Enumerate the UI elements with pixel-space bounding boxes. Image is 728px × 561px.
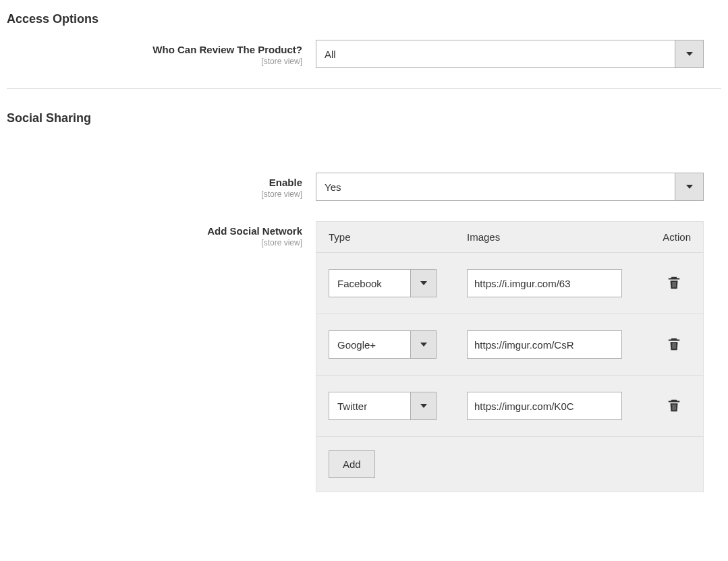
- social-sharing-title: Social Sharing: [7, 106, 721, 139]
- who-can-review-value: All: [316, 40, 675, 67]
- table-footer: Add: [316, 436, 703, 492]
- social-network-table: Type Images Action FacebookGoogle+Twitte…: [316, 221, 704, 492]
- chevron-down-icon: [410, 270, 436, 297]
- table-row: Facebook: [316, 252, 703, 314]
- type-select[interactable]: Facebook: [329, 269, 437, 297]
- add-button[interactable]: Add: [329, 450, 375, 478]
- chevron-down-icon: [675, 173, 703, 200]
- enable-label: Enable: [269, 177, 302, 188]
- type-select[interactable]: Google+: [329, 330, 437, 359]
- add-social-network-scope: [store view]: [7, 238, 302, 247]
- trash-icon[interactable]: [667, 405, 681, 415]
- chevron-down-icon: [410, 331, 436, 358]
- add-social-network-field: Add Social Network [store view] Type Ima…: [7, 221, 721, 492]
- chevron-down-icon: [410, 392, 436, 419]
- column-type: Type: [329, 231, 467, 243]
- table-row: Google+: [316, 314, 703, 375]
- section-divider: [7, 88, 721, 89]
- enable-field: Enable [store view] Yes: [7, 173, 721, 201]
- type-value: Facebook: [329, 270, 410, 297]
- who-can-review-label: Who Can Review The Product?: [152, 44, 302, 55]
- enable-select[interactable]: Yes: [316, 173, 704, 201]
- chevron-down-icon: [675, 40, 703, 67]
- image-url-input[interactable]: [467, 392, 622, 420]
- who-can-review-field: Who Can Review The Product? [store view]…: [7, 40, 721, 68]
- column-images: Images: [467, 231, 637, 243]
- column-action: Action: [637, 231, 691, 243]
- who-can-review-select[interactable]: All: [316, 40, 704, 68]
- type-select[interactable]: Twitter: [329, 392, 437, 420]
- enable-value: Yes: [316, 173, 675, 200]
- image-url-input[interactable]: [467, 330, 622, 359]
- type-value: Twitter: [329, 392, 410, 419]
- type-value: Google+: [329, 331, 410, 358]
- image-url-input[interactable]: [467, 269, 622, 297]
- who-can-review-scope: [store view]: [7, 57, 302, 66]
- table-row: Twitter: [316, 375, 703, 436]
- table-header: Type Images Action: [316, 222, 703, 252]
- enable-scope: [store view]: [7, 189, 302, 199]
- access-options-title: Access Options: [7, 7, 721, 40]
- trash-icon[interactable]: [667, 343, 681, 354]
- add-social-network-label: Add Social Network: [207, 225, 302, 237]
- trash-icon[interactable]: [667, 282, 681, 293]
